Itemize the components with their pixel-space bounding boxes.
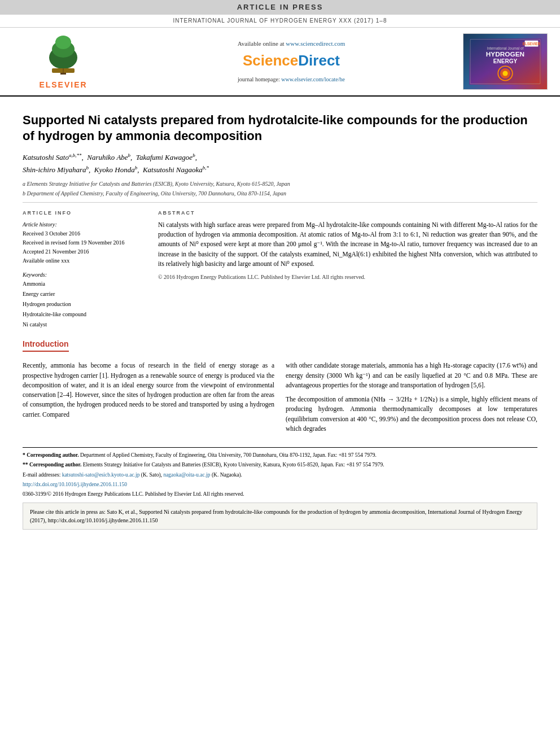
header-center: Available online at www.sciencedirect.co…	[120, 40, 463, 84]
abstract-copyright: © 2016 Hydrogen Energy Publications LLC.…	[158, 273, 537, 281]
article-info-label: ARTICLE INFO	[23, 209, 147, 217]
accepted: Accepted 21 November 2016	[23, 247, 147, 256]
article-title: Supported Ni catalysts prepared from hyd…	[23, 112, 537, 145]
email1-author: (K. Sato),	[141, 472, 162, 478]
svg-text:ELSEVIER: ELSEVIER	[523, 42, 541, 46]
doi-link[interactable]: http://dx.doi.org/10.1016/j.ijhydene.201…	[23, 482, 127, 487]
issn-line: 0360-3199/© 2016 Hydrogen Energy Publica…	[23, 490, 537, 498]
affil-b: b Department of Applied Chemistry, Facul…	[23, 189, 537, 198]
journal-cover: ELSEVIER International Journal of HYDROG…	[463, 33, 548, 90]
email2-link[interactable]: nagaoka@oita-u.ac.jp	[163, 472, 210, 478]
affil-a: a Elements Strategy Initiative for Catal…	[23, 180, 537, 188]
article-content: Supported Ni catalysts prepared from hyd…	[0, 97, 560, 537]
svg-point-3	[55, 36, 71, 49]
science-text: Science	[243, 52, 298, 69]
footnotes-area: * Corresponding author. Department of Ap…	[23, 447, 537, 498]
svg-point-15	[502, 71, 508, 76]
svg-text:HYDROGEN: HYDROGEN	[486, 50, 524, 58]
keywords-section: Keywords: Ammonia Energy carrier Hydroge…	[23, 271, 147, 330]
intro-para2: with other candidate storage materials, …	[286, 361, 537, 390]
elsevier-logo: ELSEVIER	[39, 32, 87, 91]
divider-1	[23, 202, 537, 203]
author-honda: Kyoko Honda	[94, 165, 135, 174]
cover-image: ELSEVIER International Journal of HYDROG…	[466, 38, 545, 85]
received-1: Received 3 October 2016	[23, 229, 147, 238]
info-abstract-cols: ARTICLE INFO Article history: Received 3…	[23, 209, 537, 330]
email-label: E-mail addresses:	[23, 472, 60, 478]
intro-para3: The decomposition of ammonia (NH₃ → 3/2H…	[286, 395, 537, 434]
keywords-label: Keywords:	[23, 271, 147, 279]
abstract-col: ABSTRACT Ni catalysts with high surface …	[158, 209, 537, 330]
article-in-press-banner: ARTICLE IN PRESS	[0, 0, 560, 15]
keyword-ni-catalyst: Ni catalyst	[23, 320, 147, 330]
footnote-1-label: * Corresponding author.	[23, 452, 79, 458]
footnote-1-text: Department of Applied Chemistry, Faculty…	[80, 452, 377, 458]
abstract-text: Ni catalysts with high surface areas wer…	[158, 220, 537, 269]
journal-cover-area: ELSEVIER International Journal of HYDROG…	[463, 33, 553, 90]
keyword-hydrogen: Hydrogen production	[23, 299, 147, 309]
intro-para1: Recently, ammonia has become a focus of …	[23, 361, 274, 420]
available-online-text: Available online at www.sciencedirect.co…	[131, 40, 452, 48]
authors-line: Katsutoshi Satoa,b,**, Naruhiko Abeb, Ta…	[23, 151, 537, 176]
body-col-left: Recently, ammonia has become a focus of …	[23, 361, 274, 438]
sciencedirect-logo: ScienceDirect	[131, 50, 452, 71]
email2-author: (K. Nagaoka).	[212, 472, 242, 478]
affiliations: a Elements Strategy Initiative for Catal…	[23, 180, 537, 198]
body-two-col: Recently, ammonia has become a focus of …	[23, 361, 537, 438]
introduction-section: Introduction Recently, ammonia has becom…	[23, 339, 537, 438]
keyword-ammonia: Ammonia	[23, 279, 147, 289]
author-sato: Katsutoshi Sato	[23, 153, 69, 161]
email1-link[interactable]: katsutoshi-sato@esicb.kyoto-u.ac.jp	[62, 472, 140, 478]
elsevier-tree-icon	[41, 32, 86, 77]
available-online: Available online xxx	[23, 256, 147, 265]
email-addresses: E-mail addresses: katsutoshi-sato@esicb.…	[23, 471, 537, 479]
doi-line: http://dx.doi.org/10.1016/j.ijhydene.201…	[23, 480, 537, 488]
keyword-hydrotalcite: Hydrotalcite-like compound	[23, 309, 147, 320]
elsevier-text: ELSEVIER	[39, 80, 87, 91]
keyword-energy-carrier: Energy carrier	[23, 289, 147, 299]
author-abe: Naruhiko Abe	[87, 153, 128, 161]
history-label: Article history:	[23, 220, 147, 229]
elsevier-logo-area: ELSEVIER	[7, 32, 120, 91]
footnote-1: * Corresponding author. Department of Ap…	[23, 451, 537, 459]
header-area: ELSEVIER Available online at www.science…	[0, 28, 560, 97]
footnote-2-text: Elements Strategy Initiative for Catalys…	[83, 462, 384, 468]
footnote-2: ** Corresponding author. Elements Strate…	[23, 461, 537, 469]
received-revised: Received in revised form 19 November 201…	[23, 238, 147, 247]
journal-title-bar: INTERNATIONAL JOURNAL OF HYDROGEN ENERGY…	[0, 15, 560, 28]
introduction-heading: Introduction	[23, 339, 69, 352]
body-col-right: with other candidate storage materials, …	[286, 361, 537, 438]
footnote-2-label: ** Corresponding author.	[23, 462, 81, 468]
direct-text: Direct	[298, 52, 340, 69]
journal-homepage-link[interactable]: www.elsevier.com/locate/he	[281, 76, 345, 82]
available-label: Available online at	[238, 40, 285, 47]
homepage-label: journal homepage:	[238, 76, 280, 82]
author-kawagoe: Takafumi Kawagoe	[136, 153, 193, 161]
sciencedirect-url[interactable]: www.sciencedirect.com	[286, 40, 345, 47]
author-nagaoka: Katsutoshi Nagaoka	[143, 165, 203, 174]
article-history: Article history: Received 3 October 2016…	[23, 220, 147, 265]
svg-text:ENERGY: ENERGY	[493, 58, 518, 64]
abstract-label: ABSTRACT	[158, 209, 537, 217]
article-info-col: ARTICLE INFO Article history: Received 3…	[23, 209, 147, 330]
author-miyahara: Shin-ichiro Miyahara	[23, 165, 86, 174]
citation-box: Please cite this article in press as: Sa…	[23, 503, 537, 530]
journal-homepage: journal homepage: www.elsevier.com/locat…	[131, 76, 452, 84]
